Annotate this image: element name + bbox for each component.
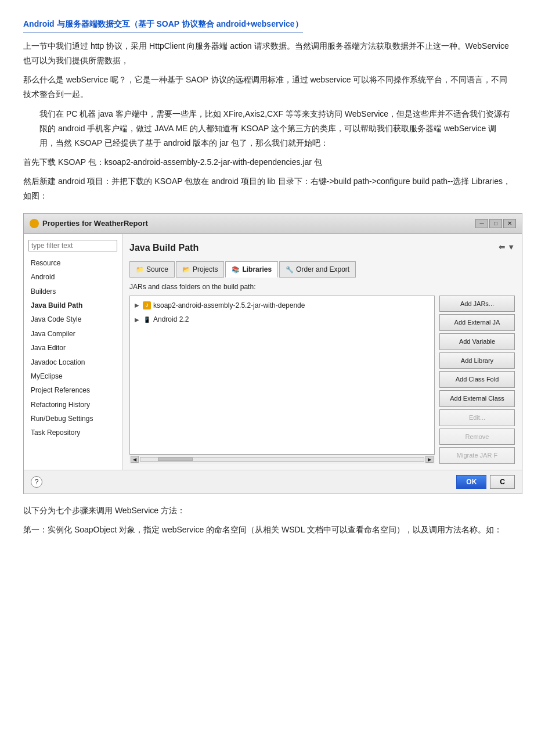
- sidebar-item-run/debug-settings[interactable]: Run/Debug Settings: [24, 412, 122, 426]
- paragraph-5: 然后新建 android 项目：并把下载的 KSOAP 包放在 android …: [23, 174, 511, 203]
- action-button-column: Add JARs...Add External JAAdd VariableAd…: [439, 296, 515, 464]
- help-button[interactable]: ?: [31, 476, 42, 488]
- scroll-thumb[interactable]: [158, 458, 193, 461]
- tab-order-and-export[interactable]: 🔧Order and Export: [279, 261, 356, 278]
- java-build-path-title: Java Build Path: [129, 240, 199, 255]
- sidebar-item-java-editor[interactable]: Java Editor: [24, 341, 122, 355]
- tree-and-buttons: ▶Jksoap2-android-assembly-2.5.2-jar-with…: [129, 296, 515, 464]
- properties-dialog: Properties for WeatherReport ─ □ ✕ Resou…: [23, 213, 522, 494]
- dialog-title-text: Properties for WeatherReport: [42, 217, 148, 230]
- tree-container: ▶Jksoap2-android-assembly-2.5.2-jar-with…: [129, 296, 435, 464]
- tab-icon-libraries: 📚: [232, 264, 240, 275]
- action-btn-migrate-jar-f: Migrate JAR F: [439, 447, 515, 464]
- sidebar-item-java-compiler[interactable]: Java Compiler: [24, 327, 122, 341]
- scroll-right-btn[interactable]: ▶: [425, 456, 434, 463]
- sidebar-item-refactoring-history[interactable]: Refactoring History: [24, 398, 122, 412]
- sidebar-item-builders[interactable]: Builders: [24, 285, 122, 298]
- sidebar-item-project-references[interactable]: Project References: [24, 383, 122, 397]
- tab-libraries[interactable]: 📚Libraries: [225, 261, 278, 278]
- ok-button[interactable]: OK: [456, 475, 486, 489]
- dialog-body: ResourceAndroidBuildersJava Build PathJa…: [24, 234, 522, 470]
- dialog-titlebar: Properties for WeatherReport ─ □ ✕: [24, 214, 522, 234]
- paragraph-1: 上一节中我们通过 http 协议，采用 HttpClient 向服务器端 act…: [23, 39, 511, 68]
- action-btn-add-variable[interactable]: Add Variable: [439, 333, 515, 350]
- action-btn-add-external-ja[interactable]: Add External JA: [439, 314, 515, 331]
- tab-icon-source: 📁: [136, 264, 144, 275]
- scroll-track: [140, 457, 424, 462]
- sidebar-item-task-repository[interactable]: Task Repository: [24, 426, 122, 440]
- tab-label-1: Projects: [193, 264, 218, 275]
- android-icon-1: 📱: [143, 315, 151, 323]
- action-btn-add-jars-[interactable]: Add JARs...: [439, 296, 515, 312]
- tab-icon-order and export: 🔧: [286, 264, 294, 275]
- paragraph-2: 那么什么是 webService 呢？，它是一种基于 SAOP 协议的远程调用标…: [23, 73, 511, 102]
- tab-icon-projects: 📂: [182, 264, 190, 275]
- action-btn-add-library[interactable]: Add Library: [439, 352, 515, 369]
- nav-back-arrow[interactable]: ⇐: [499, 241, 505, 254]
- dialog-footer: ? OK C: [24, 470, 522, 494]
- dialog-sidebar: ResourceAndroidBuildersJava Build PathJa…: [24, 234, 122, 470]
- footer-buttons: OK C: [456, 475, 515, 489]
- sidebar-item-android[interactable]: Android: [24, 270, 122, 284]
- tab-label-2: Libraries: [242, 264, 272, 275]
- article-title: Android 与服务器端数据交互（基于 SOAP 协议整合 android+w…: [23, 17, 303, 33]
- sidebar-item-resource[interactable]: Resource: [24, 256, 122, 270]
- maximize-button[interactable]: □: [489, 219, 502, 228]
- jar-icon-0: J: [143, 301, 151, 309]
- filter-input[interactable]: [28, 240, 117, 251]
- action-btn-remove: Remove: [439, 429, 515, 445]
- paragraph-4: 首先下载 KSOAP 包：ksoap2-android-assembly-2.5…: [23, 155, 511, 170]
- sidebar-item-java-build-path[interactable]: Java Build Path: [24, 298, 122, 312]
- sidebar-items-list: ResourceAndroidBuildersJava Build PathJa…: [24, 256, 122, 440]
- scroll-left-btn[interactable]: ◀: [131, 456, 139, 463]
- tree-arrow-0: ▶: [135, 300, 140, 310]
- nav-forward-arrow[interactable]: ▼: [507, 241, 515, 254]
- tree-area: ▶Jksoap2-android-assembly-2.5.2-jar-with…: [129, 296, 435, 455]
- tree-item-0[interactable]: ▶Jksoap2-android-assembly-2.5.2-jar-with…: [132, 298, 432, 312]
- close-button[interactable]: ✕: [503, 219, 516, 228]
- paragraph-after-2: 第一：实例化 SoapObject 对象，指定 webService 的命名空间…: [23, 523, 511, 537]
- paragraph-after-1: 以下分为七个步骤来调用 WebService 方法：: [23, 503, 511, 518]
- jar-description-text: JARs and class folders on the build path…: [129, 281, 515, 293]
- tab-bar: 📁Source📂Projects📚Libraries🔧Order and Exp…: [129, 261, 515, 278]
- cancel-button[interactable]: C: [490, 475, 515, 489]
- tree-item-1[interactable]: ▶📱Android 2.2: [132, 312, 432, 326]
- sidebar-item-java-code-style[interactable]: Java Code Style: [24, 312, 122, 326]
- paragraph-3: 我们在 PC 机器 java 客户端中，需要一些库，比如 XFire,Axis2…: [39, 107, 511, 151]
- action-btn-add-class-fold[interactable]: Add Class Fold: [439, 371, 515, 388]
- tree-scrollbar[interactable]: ◀ ▶: [129, 455, 435, 464]
- action-btn-add-external-class[interactable]: Add External Class: [439, 390, 515, 407]
- main-panel-title: Java Build Path ⇐ ▼: [129, 240, 515, 255]
- tree-arrow-1: ▶: [135, 315, 140, 325]
- tab-source[interactable]: 📁Source: [129, 261, 175, 278]
- tab-label-0: Source: [146, 264, 168, 275]
- tab-label-3: Order and Export: [296, 264, 349, 275]
- tab-projects[interactable]: 📂Projects: [176, 261, 224, 278]
- tree-item-label-1: Android 2.2: [153, 314, 189, 325]
- sidebar-item-javadoc-location[interactable]: Javadoc Location: [24, 355, 122, 369]
- action-btn-edit-: Edit...: [439, 409, 515, 426]
- sidebar-item-myeclipse[interactable]: MyEclipse: [24, 369, 122, 383]
- tree-item-label-0: ksoap2-android-assembly-2.5.2-jar-with-d…: [153, 300, 305, 311]
- navigation-arrows: ⇐ ▼: [499, 241, 515, 254]
- minimize-button[interactable]: ─: [475, 219, 488, 228]
- dialog-main-panel: Java Build Path ⇐ ▼ 📁Source📂Projects📚Lib…: [122, 234, 522, 470]
- dialog-title-left: Properties for WeatherReport: [30, 217, 148, 230]
- dialog-app-icon: [30, 219, 39, 228]
- dialog-window-controls: ─ □ ✕: [475, 219, 516, 228]
